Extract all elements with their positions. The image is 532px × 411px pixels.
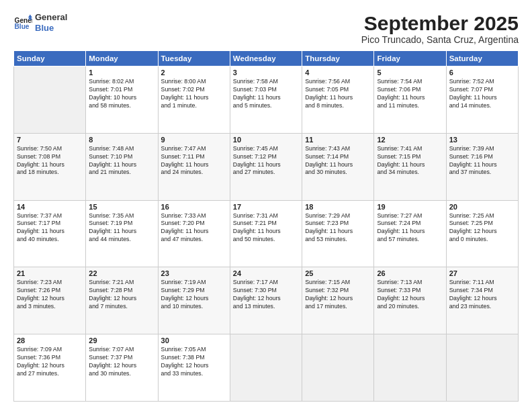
calendar-header-row: SundayMondayTuesdayWednesdayThursdayFrid… bbox=[14, 51, 519, 66]
col-header-thursday: Thursday bbox=[302, 51, 374, 66]
day-info: Sunrise: 7:13 AM Sunset: 7:33 PM Dayligh… bbox=[377, 279, 443, 311]
logo: General Blue General Blue bbox=[13, 12, 67, 33]
day-number: 5 bbox=[377, 68, 443, 77]
day-info: Sunrise: 7:39 AM Sunset: 7:16 PM Dayligh… bbox=[449, 145, 515, 177]
calendar-body: 1Sunrise: 8:02 AM Sunset: 7:01 PM Daylig… bbox=[14, 66, 519, 402]
day-info: Sunrise: 7:05 AM Sunset: 7:38 PM Dayligh… bbox=[161, 346, 227, 378]
day-info: Sunrise: 7:31 AM Sunset: 7:21 PM Dayligh… bbox=[233, 212, 299, 244]
day-cell: 13Sunrise: 7:39 AM Sunset: 7:16 PM Dayli… bbox=[446, 133, 518, 200]
week-row-3: 14Sunrise: 7:37 AM Sunset: 7:17 PM Dayli… bbox=[14, 200, 519, 267]
day-info: Sunrise: 7:52 AM Sunset: 7:07 PM Dayligh… bbox=[449, 78, 515, 110]
day-cell: 10Sunrise: 7:45 AM Sunset: 7:12 PM Dayli… bbox=[230, 133, 302, 200]
day-number: 24 bbox=[233, 269, 299, 277]
day-number: 27 bbox=[449, 269, 515, 277]
day-number: 13 bbox=[449, 136, 515, 144]
day-number: 4 bbox=[305, 68, 371, 77]
day-cell: 29Sunrise: 7:07 AM Sunset: 7:37 PM Dayli… bbox=[86, 334, 158, 402]
week-row-2: 7Sunrise: 7:50 AM Sunset: 7:08 PM Daylig… bbox=[14, 133, 519, 200]
day-cell: 9Sunrise: 7:47 AM Sunset: 7:11 PM Daylig… bbox=[158, 133, 230, 200]
day-cell: 7Sunrise: 7:50 AM Sunset: 7:08 PM Daylig… bbox=[14, 133, 86, 200]
day-cell: 30Sunrise: 7:05 AM Sunset: 7:38 PM Dayli… bbox=[158, 334, 230, 402]
day-cell: 18Sunrise: 7:29 AM Sunset: 7:23 PM Dayli… bbox=[302, 200, 374, 267]
day-cell: 4Sunrise: 7:56 AM Sunset: 7:05 PM Daylig… bbox=[302, 66, 374, 134]
day-info: Sunrise: 7:07 AM Sunset: 7:37 PM Dayligh… bbox=[89, 346, 154, 378]
day-number: 8 bbox=[89, 136, 154, 144]
col-header-tuesday: Tuesday bbox=[158, 51, 230, 66]
day-cell: 2Sunrise: 8:00 AM Sunset: 7:02 PM Daylig… bbox=[158, 66, 230, 134]
day-cell: 14Sunrise: 7:37 AM Sunset: 7:17 PM Dayli… bbox=[14, 200, 86, 267]
day-info: Sunrise: 7:47 AM Sunset: 7:11 PM Dayligh… bbox=[161, 145, 227, 177]
day-cell: 27Sunrise: 7:11 AM Sunset: 7:34 PM Dayli… bbox=[446, 267, 518, 334]
day-number: 18 bbox=[305, 203, 371, 211]
day-cell: 22Sunrise: 7:21 AM Sunset: 7:28 PM Dayli… bbox=[86, 267, 158, 334]
col-header-monday: Monday bbox=[86, 51, 158, 66]
day-number: 19 bbox=[377, 203, 443, 211]
day-cell: 8Sunrise: 7:48 AM Sunset: 7:10 PM Daylig… bbox=[86, 133, 158, 200]
day-cell: 24Sunrise: 7:17 AM Sunset: 7:30 PM Dayli… bbox=[230, 267, 302, 334]
logo-icon: General Blue bbox=[13, 13, 32, 32]
day-info: Sunrise: 7:41 AM Sunset: 7:15 PM Dayligh… bbox=[377, 145, 443, 177]
day-info: Sunrise: 7:56 AM Sunset: 7:05 PM Dayligh… bbox=[305, 78, 371, 110]
day-cell: 6Sunrise: 7:52 AM Sunset: 7:07 PM Daylig… bbox=[446, 66, 518, 134]
day-number: 28 bbox=[17, 336, 83, 345]
day-number: 29 bbox=[89, 336, 154, 345]
week-row-1: 1Sunrise: 8:02 AM Sunset: 7:01 PM Daylig… bbox=[14, 66, 519, 134]
day-cell: 21Sunrise: 7:23 AM Sunset: 7:26 PM Dayli… bbox=[14, 267, 86, 334]
day-number: 11 bbox=[305, 136, 371, 144]
day-cell: 28Sunrise: 7:09 AM Sunset: 7:36 PM Dayli… bbox=[14, 334, 86, 402]
day-info: Sunrise: 7:21 AM Sunset: 7:28 PM Dayligh… bbox=[89, 279, 154, 311]
day-cell: 26Sunrise: 7:13 AM Sunset: 7:33 PM Dayli… bbox=[374, 267, 446, 334]
logo-text: General Blue bbox=[35, 12, 67, 33]
day-number: 30 bbox=[161, 336, 227, 345]
day-info: Sunrise: 7:15 AM Sunset: 7:32 PM Dayligh… bbox=[305, 279, 371, 311]
page-subtitle: Pico Truncado, Santa Cruz, Argentina bbox=[361, 34, 519, 45]
col-header-sunday: Sunday bbox=[14, 51, 86, 66]
day-number: 26 bbox=[377, 269, 443, 277]
day-info: Sunrise: 7:27 AM Sunset: 7:24 PM Dayligh… bbox=[377, 212, 443, 244]
day-number: 9 bbox=[161, 136, 227, 144]
day-info: Sunrise: 7:19 AM Sunset: 7:29 PM Dayligh… bbox=[161, 279, 227, 311]
logo-line2: Blue bbox=[35, 23, 67, 34]
day-cell bbox=[230, 334, 302, 402]
col-header-friday: Friday bbox=[374, 51, 446, 66]
day-info: Sunrise: 7:45 AM Sunset: 7:12 PM Dayligh… bbox=[233, 145, 299, 177]
day-info: Sunrise: 7:54 AM Sunset: 7:06 PM Dayligh… bbox=[377, 78, 443, 110]
week-row-5: 28Sunrise: 7:09 AM Sunset: 7:36 PM Dayli… bbox=[14, 334, 519, 402]
day-info: Sunrise: 7:11 AM Sunset: 7:34 PM Dayligh… bbox=[449, 279, 515, 311]
day-number: 25 bbox=[305, 269, 371, 277]
page-header: General Blue General Blue September 2025… bbox=[13, 12, 519, 45]
day-info: Sunrise: 7:48 AM Sunset: 7:10 PM Dayligh… bbox=[89, 145, 154, 177]
day-info: Sunrise: 7:58 AM Sunset: 7:03 PM Dayligh… bbox=[233, 78, 299, 110]
day-info: Sunrise: 8:02 AM Sunset: 7:01 PM Dayligh… bbox=[89, 78, 154, 110]
day-cell: 3Sunrise: 7:58 AM Sunset: 7:03 PM Daylig… bbox=[230, 66, 302, 134]
day-number: 16 bbox=[161, 203, 227, 211]
day-cell: 15Sunrise: 7:35 AM Sunset: 7:19 PM Dayli… bbox=[86, 200, 158, 267]
col-header-saturday: Saturday bbox=[446, 51, 518, 66]
day-info: Sunrise: 7:33 AM Sunset: 7:20 PM Dayligh… bbox=[161, 212, 227, 244]
day-info: Sunrise: 7:50 AM Sunset: 7:08 PM Dayligh… bbox=[17, 145, 83, 177]
day-cell: 23Sunrise: 7:19 AM Sunset: 7:29 PM Dayli… bbox=[158, 267, 230, 334]
day-number: 23 bbox=[161, 269, 227, 277]
day-number: 17 bbox=[233, 203, 299, 211]
day-number: 10 bbox=[233, 136, 299, 144]
day-cell: 5Sunrise: 7:54 AM Sunset: 7:06 PM Daylig… bbox=[374, 66, 446, 134]
day-cell bbox=[14, 66, 86, 134]
logo-line1: General bbox=[35, 12, 67, 23]
day-number: 22 bbox=[89, 269, 154, 277]
day-info: Sunrise: 7:43 AM Sunset: 7:14 PM Dayligh… bbox=[305, 145, 371, 177]
day-cell: 25Sunrise: 7:15 AM Sunset: 7:32 PM Dayli… bbox=[302, 267, 374, 334]
day-info: Sunrise: 7:35 AM Sunset: 7:19 PM Dayligh… bbox=[89, 212, 154, 244]
day-cell bbox=[374, 334, 446, 402]
day-number: 21 bbox=[17, 269, 83, 277]
day-cell: 17Sunrise: 7:31 AM Sunset: 7:21 PM Dayli… bbox=[230, 200, 302, 267]
day-number: 1 bbox=[89, 68, 154, 77]
title-block: September 2025 Pico Truncado, Santa Cruz… bbox=[361, 12, 519, 45]
day-number: 12 bbox=[377, 136, 443, 144]
day-info: Sunrise: 7:37 AM Sunset: 7:17 PM Dayligh… bbox=[17, 212, 83, 244]
day-cell: 1Sunrise: 8:02 AM Sunset: 7:01 PM Daylig… bbox=[86, 66, 158, 134]
day-cell: 16Sunrise: 7:33 AM Sunset: 7:20 PM Dayli… bbox=[158, 200, 230, 267]
day-cell: 19Sunrise: 7:27 AM Sunset: 7:24 PM Dayli… bbox=[374, 200, 446, 267]
day-info: Sunrise: 7:23 AM Sunset: 7:26 PM Dayligh… bbox=[17, 279, 83, 311]
day-number: 6 bbox=[449, 68, 515, 77]
svg-text:Blue: Blue bbox=[15, 23, 30, 30]
